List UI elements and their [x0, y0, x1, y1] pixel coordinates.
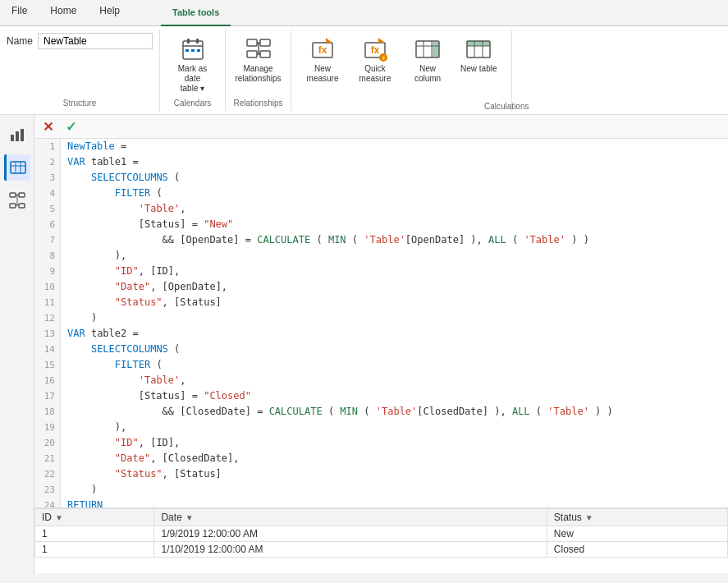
svg-rect-9	[247, 51, 257, 57]
svg-rect-4	[185, 49, 189, 52]
sidebar-chart-icon[interactable]	[4, 122, 30, 148]
manage-relationships-button[interactable]: Managerelationships	[234, 33, 283, 87]
new-column-icon	[414, 36, 441, 62]
svg-rect-10	[260, 51, 270, 57]
relationships-label: Relationships	[233, 97, 282, 108]
svg-text:fx: fx	[371, 44, 380, 56]
svg-rect-40	[19, 193, 25, 197]
new-table-icon	[465, 36, 492, 62]
new-measure-button[interactable]: fx New measure	[298, 33, 347, 87]
name-label: Name	[7, 35, 33, 47]
row2-status: Closed	[547, 542, 727, 558]
new-column-button[interactable]: New column	[403, 33, 452, 87]
relationships-icon	[245, 36, 272, 62]
editor-area: ✕ ✓ 1 2 3 4 5 6 7 8 9 10 11 12 13 14 15 …	[34, 115, 728, 573]
calendars-label: Calendars	[174, 97, 212, 108]
svg-rect-8	[260, 39, 270, 46]
svg-rect-26	[433, 42, 439, 57]
name-input[interactable]	[38, 33, 153, 49]
tab-table-tools[interactable]: Table tools	[161, 0, 231, 26]
row1-id: 1	[35, 526, 154, 542]
cancel-edit-button[interactable]: ✕	[38, 117, 57, 136]
table-row: 1 1/9/2019 12:00:00 AM New	[35, 526, 728, 542]
code-content: NewTable = VAR table1 = SELECTCOLUMNS ( …	[61, 139, 728, 507]
svg-rect-35	[11, 162, 25, 173]
sidebar	[0, 115, 34, 573]
svg-rect-6	[197, 49, 200, 52]
row1-status: New	[547, 526, 727, 542]
svg-rect-34	[21, 129, 24, 141]
svg-text:⚡: ⚡	[380, 54, 387, 62]
manage-relationships-label: Managerelationships	[235, 64, 281, 84]
new-table-label: New table	[460, 64, 497, 74]
tab-file[interactable]: File	[0, 0, 39, 25]
sidebar-table-icon[interactable]	[4, 154, 30, 181]
id-filter-btn[interactable]: ▼	[55, 513, 63, 522]
new-measure-label: New measure	[303, 64, 342, 84]
svg-rect-2	[187, 39, 190, 44]
svg-marker-19	[378, 38, 385, 43]
col-header-status[interactable]: Status ▼	[547, 509, 727, 526]
row1-date: 1/9/2019 12:00:00 AM	[154, 526, 547, 542]
row2-id: 1	[35, 542, 154, 558]
sidebar-model-icon[interactable]	[4, 187, 30, 213]
svg-rect-32	[11, 135, 14, 141]
col-header-id[interactable]: ID ▼	[35, 509, 154, 526]
date-filter-btn[interactable]: ▼	[185, 513, 194, 522]
new-column-label: New column	[408, 64, 447, 84]
calculations-section-label: Calculations	[484, 102, 529, 111]
svg-rect-7	[247, 39, 257, 46]
confirm-edit-button[interactable]: ✓	[61, 117, 80, 136]
svg-rect-5	[191, 49, 195, 52]
tab-help[interactable]: Help	[88, 0, 131, 25]
svg-rect-42	[19, 204, 25, 208]
quick-measure-button[interactable]: fx ⚡ Quick measure	[350, 33, 400, 87]
structure-section-label: Structure	[7, 99, 153, 108]
calendar-icon	[180, 36, 206, 62]
ribbon: Name Structure Mark as datetable ▾	[0, 26, 728, 115]
quick-measure-icon: fx ⚡	[362, 36, 388, 62]
status-filter-btn[interactable]: ▼	[585, 513, 593, 522]
svg-rect-33	[16, 131, 19, 141]
main-area: ✕ ✓ 1 2 3 4 5 6 7 8 9 10 11 12 13 14 15 …	[0, 115, 728, 573]
svg-text:fx: fx	[318, 44, 327, 56]
svg-rect-39	[10, 193, 16, 197]
tab-home[interactable]: Home	[39, 0, 88, 25]
mark-as-date-table-label: Mark as datetable ▾	[173, 64, 213, 94]
code-editor[interactable]: 1 2 3 4 5 6 7 8 9 10 11 12 13 14 15 16 1…	[34, 139, 728, 507]
svg-rect-41	[10, 204, 16, 208]
svg-rect-3	[196, 39, 199, 44]
ribbon-tab-bar: File Home Help Table tools	[0, 0, 728, 26]
data-table-area: ID ▼ Date ▼ Status	[34, 507, 728, 573]
col-header-date[interactable]: Date ▼	[154, 509, 547, 526]
new-measure-icon: fx	[309, 36, 336, 62]
new-table-button[interactable]: New table	[456, 33, 501, 77]
table-row: 1 1/10/2019 12:00:00 AM Closed	[35, 542, 728, 558]
editor-toolbar: ✕ ✓	[34, 115, 728, 139]
quick-measure-label: Quick measure	[355, 64, 395, 84]
svg-marker-16	[326, 38, 332, 43]
line-numbers: 1 2 3 4 5 6 7 8 9 10 11 12 13 14 15 16 1…	[34, 139, 61, 507]
mark-as-date-table-button[interactable]: Mark as datetable ▾	[168, 33, 217, 97]
row2-date: 1/10/2019 12:00:00 AM	[154, 542, 547, 558]
data-table: ID ▼ Date ▼ Status	[34, 508, 728, 558]
svg-rect-31	[467, 41, 490, 46]
